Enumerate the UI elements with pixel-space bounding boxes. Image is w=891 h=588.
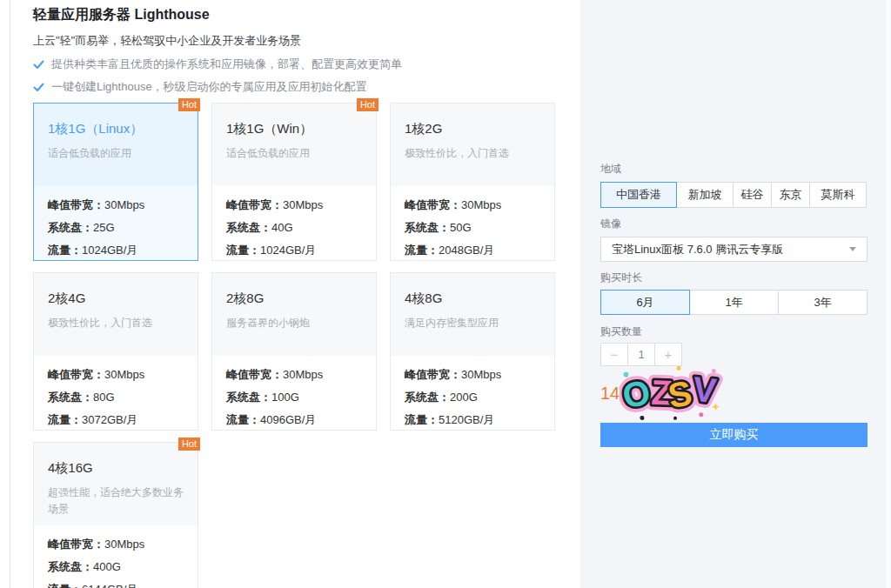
region-option-siliconvalley[interactable]: 硅谷 <box>733 182 772 208</box>
plan-card-4c16g[interactable]: Hot 4核16G 超强性能，适合绝大多数业务场景 峰值带宽：30Mbps 系统… <box>33 442 198 588</box>
spec-disk: 系统盘：100G <box>226 386 362 409</box>
plan-card-4c8g[interactable]: 4核8G 满足内存密集型应用 峰值带宽：30Mbps 系统盘：200G 流量：5… <box>390 272 555 431</box>
duration-group: 6月 1年 3年 <box>600 290 868 315</box>
feature-text: 提供种类丰富且优质的操作系统和应用镜像，部署、配置更高效更简单 <box>51 57 402 72</box>
scrollbar-track[interactable] <box>886 0 891 588</box>
svg-text:OZSV: OZSV <box>620 367 721 418</box>
buy-now-button[interactable]: 立即购买 <box>600 423 868 447</box>
spec-bandwidth: 峰值带宽：30Mbps <box>226 364 362 386</box>
minus-button[interactable]: − <box>600 343 628 366</box>
spec-disk: 系统盘：40G <box>226 217 362 239</box>
spec-bandwidth: 峰值带宽：30Mbps <box>405 194 540 217</box>
plan-desc: 极致性价比，入门首选 <box>48 315 184 331</box>
plan-grid: Hot 1核1G（Linux） 适合低负载的应用 峰值带宽：30Mbps 系统盘… <box>33 103 555 588</box>
region-option-singapore[interactable]: 新加坡 <box>676 182 734 208</box>
quantity-label: 购买数量 <box>600 324 642 339</box>
plan-title: 1核2G <box>405 121 540 137</box>
spec-traffic: 流量：4096GB/月 <box>226 409 362 431</box>
plan-desc: 适合低负载的应用 <box>48 145 184 162</box>
check-icon <box>33 60 44 70</box>
left-edge-divider <box>10 0 10 588</box>
spec-bandwidth: 峰值带宽：30Mbps <box>48 194 184 217</box>
region-group: 中国香港 新加坡 硅谷 东京 莫斯科 <box>600 182 867 208</box>
duration-option-6m[interactable]: 6月 <box>600 290 690 315</box>
svg-text:✦: ✦ <box>711 400 721 414</box>
spec-traffic: 流量：5120GB/月 <box>405 409 540 431</box>
region-option-tokyo[interactable]: 东京 <box>771 182 810 208</box>
spec-traffic: 流量：3072GB/月 <box>48 409 184 431</box>
spec-traffic: 流量：1024GB/月 <box>48 239 184 262</box>
spec-traffic: 流量：1024GB/月 <box>226 239 362 262</box>
plan-desc: 服务器界的小钢炮 <box>226 315 362 331</box>
captcha-sticker-image: OZSV OZSV ✦ <box>620 365 724 421</box>
region-option-hongkong[interactable]: 中国香港 <box>600 182 677 208</box>
purchase-panel: 地域 中国香港 新加坡 硅谷 东京 莫斯科 镜像 宝塔Linux面板 7.6.0… <box>580 0 891 588</box>
spec-disk: 系统盘：50G <box>405 217 540 239</box>
spec-traffic: 流量：6144GB/月 <box>48 578 184 588</box>
quantity-stepper: − 1 + <box>600 343 682 366</box>
spec-disk: 系统盘：80G <box>48 386 184 409</box>
page-title: 轻量应用服务器 Lighthouse <box>33 6 210 24</box>
spec-disk: 系统盘：25G <box>48 217 184 239</box>
feature-text: 一键创建Lighthouse，秒级启动你的专属应用及应用初始化配置 <box>51 79 367 95</box>
plan-title: 4核16G <box>48 460 184 477</box>
page-subtitle: 上云"轻"而易举，轻松驾驭中小企业及开发者业务场景 <box>33 33 301 49</box>
duration-option-3y[interactable]: 3年 <box>778 290 868 315</box>
plan-title: 2核8G <box>226 291 362 307</box>
plan-title: 2核4G <box>48 291 184 307</box>
check-icon <box>33 83 44 92</box>
spec-disk: 系统盘：400G <box>48 556 184 578</box>
plan-card-1c1g-linux[interactable]: Hot 1核1G（Linux） 适合低负载的应用 峰值带宽：30Mbps 系统盘… <box>33 103 198 261</box>
plan-title: 1核1G（Linux） <box>48 121 184 137</box>
plan-card-1c1g-win[interactable]: Hot 1核1G（Win） 适合低负载的应用 峰值带宽：30Mbps 系统盘：4… <box>211 103 377 261</box>
image-select[interactable]: 宝塔Linux面板 7.6.0 腾讯云专享版 <box>600 237 868 262</box>
plan-title: 1核1G（Win） <box>226 121 362 137</box>
image-label: 镜像 <box>600 217 621 231</box>
spec-bandwidth: 峰值带宽：30Mbps <box>48 364 184 386</box>
plan-card-2c8g[interactable]: 2核8G 服务器界的小钢炮 峰值带宽：30Mbps 系统盘：100G 流量：40… <box>211 272 377 431</box>
hot-badge: Hot <box>178 438 200 451</box>
hot-badge: Hot <box>357 98 379 111</box>
chevron-down-icon <box>849 247 856 251</box>
spec-traffic: 流量：2048GB/月 <box>405 239 540 262</box>
spec-bandwidth: 峰值带宽：30Mbps <box>48 533 184 556</box>
plan-card-1c2g[interactable]: 1核2G 极致性价比，入门首选 峰值带宽：30Mbps 系统盘：50G 流量：2… <box>390 103 555 261</box>
plan-desc: 适合低负载的应用 <box>226 145 362 162</box>
spec-bandwidth: 峰值带宽：30Mbps <box>405 364 540 386</box>
hot-badge: Hot <box>178 98 200 111</box>
plan-desc: 超强性能，适合绝大多数业务场景 <box>48 484 184 518</box>
spec-disk: 系统盘：200G <box>405 386 540 409</box>
plan-desc: 极致性价比，入门首选 <box>405 145 540 162</box>
plan-desc: 满足内存密集型应用 <box>405 315 540 331</box>
plan-card-2c4g[interactable]: 2核4G 极致性价比，入门首选 峰值带宽：30Mbps 系统盘：80G 流量：3… <box>33 272 198 431</box>
duration-option-1y[interactable]: 1年 <box>689 290 779 315</box>
plus-button[interactable]: + <box>654 343 682 366</box>
plan-title: 4核8G <box>405 291 540 307</box>
feature-item: 一键创建Lighthouse，秒级启动你的专属应用及应用初始化配置 <box>33 79 367 95</box>
image-select-value: 宝塔Linux面板 7.6.0 腾讯云专享版 <box>612 242 783 257</box>
duration-label: 购买时长 <box>600 271 642 285</box>
quantity-value[interactable]: 1 <box>627 343 655 366</box>
spec-bandwidth: 峰值带宽：30Mbps <box>226 194 362 217</box>
feature-item: 提供种类丰富且优质的操作系统和应用镜像，部署、配置更高效更简单 <box>33 57 402 72</box>
region-option-moscow[interactable]: 莫斯科 <box>809 182 867 208</box>
region-label: 地域 <box>600 162 621 177</box>
